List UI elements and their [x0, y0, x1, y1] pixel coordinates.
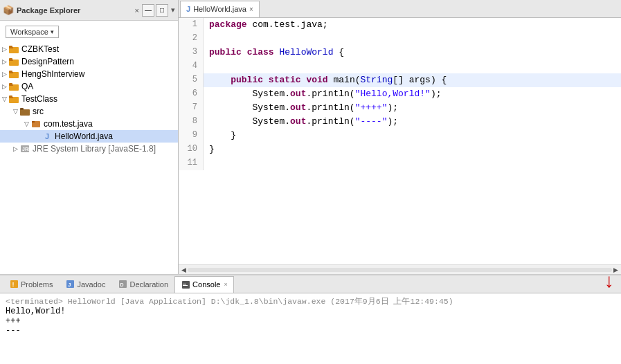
sidebar-menu-icon[interactable]: ▾: [171, 6, 175, 15]
tree-item-jre[interactable]: ▷JREJRE System Library [JavaSE-1.8]: [0, 143, 178, 155]
svg-rect-18: [32, 121, 35, 122]
tree-item-designpattern[interactable]: ▷DesignPattern: [0, 55, 178, 68]
tree-arrow-com.test.java[interactable]: ▽: [22, 120, 30, 127]
tree-arrow-src[interactable]: ▽: [11, 108, 19, 115]
console-output-line-0: Hello,World!: [6, 307, 615, 316]
line-number-1: 1: [179, 18, 204, 32]
line-content-8[interactable]: System.out.println("----");: [204, 115, 621, 129]
bottom-tab-console[interactable]: Console×: [174, 276, 234, 293]
bottom-tab-close-console[interactable]: ×: [224, 281, 227, 288]
svg-rect-11: [9, 83, 12, 85]
tree-label-com.test.java: com.test.java: [44, 119, 93, 129]
tree-item-com.test.java[interactable]: ▽com.test.java: [0, 118, 178, 130]
package-explorer-panel: 📦 Package Explorer × — □ ▾ Workspace ▾ ▷…: [0, 0, 179, 274]
minimize-button[interactable]: —: [142, 4, 154, 17]
maximize-button[interactable]: □: [156, 4, 168, 17]
java-file-icon: J: [186, 5, 190, 13]
line-number-2: 2: [179, 32, 204, 46]
tree-item-czbktest[interactable]: ▷CZBKTest: [0, 43, 178, 55]
editor-tab-label: HelloWorld.java: [193, 5, 246, 13]
bottom-panel: !ProblemsJJavadocDDeclarationConsole× <t…: [0, 274, 621, 364]
code-line-5: 5 public static void main(String[] args)…: [179, 73, 621, 87]
line-number-9: 9: [179, 129, 204, 143]
line-content-5[interactable]: public static void main(String[] args) {: [204, 73, 621, 87]
tree-item-testclass[interactable]: ▽TestClass: [0, 93, 178, 105]
line-content-1[interactable]: package com.test.java;: [204, 18, 621, 32]
svg-text:JRE: JRE: [22, 147, 30, 152]
sidebar-close-icon[interactable]: ×: [135, 6, 139, 15]
code-line-11: 11: [179, 156, 621, 170]
svg-rect-16: [20, 108, 24, 110]
tree-arrow-designpattern[interactable]: ▷: [0, 58, 8, 65]
console-content[interactable]: <terminated> HelloWorld [Java Applicatio…: [0, 293, 621, 364]
line-number-6: 6: [179, 87, 204, 101]
scroll-right-icon[interactable]: ▶: [612, 266, 620, 273]
line-content-3[interactable]: public class HelloWorld {: [204, 46, 621, 60]
editor-content[interactable]: 1package com.test.java;23public class He…: [179, 18, 621, 264]
code-line-9: 9 }: [179, 129, 621, 143]
bottom-tab-problems[interactable]: !Problems: [3, 276, 59, 293]
scroll-left-icon[interactable]: ◀: [180, 266, 188, 273]
bottom-tab-icon-declaration: D: [118, 280, 127, 289]
line-number-5: 5: [179, 73, 204, 87]
code-line-6: 6 System.out.println("Hello,World!");: [179, 87, 621, 101]
sidebar-header: 📦 Package Explorer × — □ ▾: [0, 0, 178, 21]
sidebar-toolbar: — □: [142, 4, 168, 17]
code-line-2: 2: [179, 32, 621, 46]
tree-arrow-testclass[interactable]: ▽: [0, 95, 8, 102]
editor-tab-bar: J HelloWorld.java ×: [179, 0, 621, 18]
bottom-tab-icon-problems: !: [9, 280, 19, 289]
scroll-track[interactable]: [188, 268, 612, 272]
console-terminated-line: <terminated> HelloWorld [Java Applicatio…: [6, 296, 615, 307]
tree-item-src[interactable]: ▽src: [0, 105, 178, 118]
bottom-tab-javadoc[interactable]: JJavadoc: [59, 276, 111, 293]
line-number-10: 10: [179, 143, 204, 156]
line-content-2[interactable]: [204, 32, 621, 46]
bottom-tab-bar: !ProblemsJJavadocDDeclarationConsole×: [0, 275, 621, 293]
code-line-10: 10}: [179, 143, 621, 156]
editor-scrollbar[interactable]: ◀ ▶: [179, 264, 621, 274]
tree-item-qa[interactable]: ▷QA: [0, 80, 178, 93]
tree-icon-src: [19, 106, 30, 117]
tree-arrow-qa[interactable]: ▷: [0, 83, 8, 90]
tree-arrow-czbktest[interactable]: ▷: [0, 46, 8, 53]
tree-icon-czbktest: [8, 44, 19, 55]
tree-label-designpattern: DesignPattern: [21, 57, 74, 66]
tree-icon-qa: [8, 81, 19, 92]
svg-rect-14: [9, 95, 12, 98]
editor-tab-helloworld[interactable]: J HelloWorld.java ×: [180, 1, 260, 17]
tree-icon-hengshinterview: [8, 69, 19, 80]
code-line-7: 7 System.out.println("++++");: [179, 101, 621, 115]
editor-area: J HelloWorld.java × 1package com.test.ja…: [179, 0, 621, 274]
editor-tab-close-icon[interactable]: ×: [249, 6, 253, 13]
tree-item-hengshinterview[interactable]: ▷HengShInterview: [0, 68, 178, 80]
tree-label-czbktest: CZBKTest: [21, 44, 59, 54]
line-content-10[interactable]: }: [204, 143, 621, 156]
line-content-6[interactable]: System.out.println("Hello,World!");: [204, 87, 621, 101]
line-number-3: 3: [179, 46, 204, 60]
bottom-tab-label-javadoc: Javadoc: [77, 280, 105, 289]
bottom-tab-declaration[interactable]: DDeclaration: [111, 276, 174, 293]
svg-rect-2: [9, 46, 12, 48]
svg-text:D: D: [120, 282, 123, 287]
line-content-7[interactable]: System.out.println("++++");: [204, 101, 621, 115]
svg-text:J: J: [68, 282, 71, 288]
svg-rect-5: [9, 58, 12, 60]
line-number-4: 4: [179, 60, 204, 73]
tree-item-helloworld.java[interactable]: JHelloWorld.java: [0, 130, 178, 143]
line-content-11[interactable]: [204, 156, 621, 170]
tree-label-testclass: TestClass: [21, 94, 57, 104]
svg-text:!: !: [12, 281, 14, 288]
line-content-4[interactable]: [204, 60, 621, 73]
tree-label-qa: QA: [21, 82, 33, 91]
tree-label-jre: JRE System Library [JavaSE-1.8]: [33, 144, 156, 154]
code-line-3: 3public class HelloWorld {: [179, 46, 621, 60]
svg-rect-27: [182, 281, 190, 289]
tree-icon-helloworld.java: J: [42, 131, 53, 142]
workspace-button[interactable]: Workspace ▾: [6, 26, 59, 38]
package-explorer-icon: 📦: [3, 5, 14, 15]
tree-arrow-jre[interactable]: ▷: [11, 145, 19, 152]
line-content-9[interactable]: }: [204, 129, 621, 143]
workspace-dropdown-icon: ▾: [51, 28, 54, 35]
tree-arrow-hengshinterview[interactable]: ▷: [0, 71, 8, 78]
